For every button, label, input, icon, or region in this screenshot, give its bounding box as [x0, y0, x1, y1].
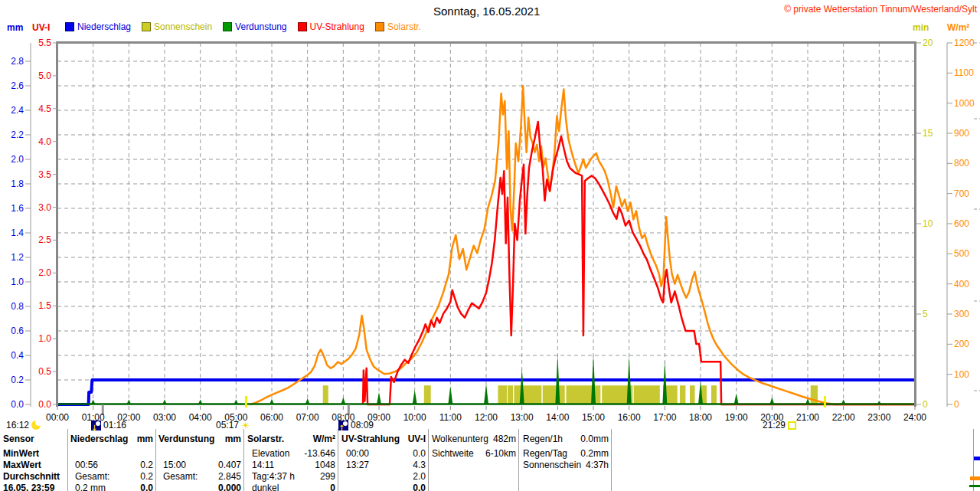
axis-tick-label-min: 15: [923, 128, 933, 139]
hour-label: 21:00: [796, 412, 819, 423]
event-marker-4: 21:29: [763, 420, 796, 430]
sunshine-bar: [680, 385, 685, 404]
edge-mark: [969, 485, 980, 487]
axis-tick-label-mm: 2.8: [11, 56, 24, 67]
event-marker-0: 16:12: [6, 420, 41, 430]
axis-tick-label-wm2: 900: [954, 128, 969, 139]
info-value: 6-10km: [432, 448, 516, 459]
info-value: 482m: [432, 434, 516, 444]
stat-value: 0.0: [341, 448, 426, 459]
evaporation-spike: [484, 384, 488, 404]
hour-label: 14:00: [546, 412, 569, 423]
axis-tick-label-uv: 4.5: [38, 103, 51, 114]
sunshine-bar: [508, 385, 513, 404]
col-unit: UV-I: [341, 434, 426, 444]
event-marker-1: ↓01:16: [91, 420, 126, 430]
axis-tick-label-wm2: 500: [954, 248, 969, 259]
sunshine-bar: [690, 385, 695, 404]
stat-value: 2.845: [158, 471, 241, 482]
stat-value: 1048: [247, 460, 335, 470]
axis-tick-label-uv: 2.5: [38, 234, 51, 245]
hour-label: 18:00: [689, 412, 712, 423]
stat-value: -13.646: [247, 448, 335, 459]
table-separator: [611, 429, 612, 491]
axis-tick-label-uv: 1.0: [38, 333, 51, 344]
arrow-icon: ↓: [91, 424, 97, 432]
table-separator: [67, 429, 68, 491]
axis-tick-label-wm2: 700: [954, 188, 969, 199]
hour-label: 12:00: [475, 412, 498, 423]
axis-tick-label-mm: 0.6: [11, 326, 24, 336]
axis-tick-label-wm2: 1100: [954, 67, 974, 78]
axis-tick-label-mm: 0.8: [11, 301, 24, 312]
table-separator: [428, 429, 429, 491]
axis-tick-label-uv: 2.0: [38, 267, 51, 278]
axis-tick-label-mm: 2.6: [11, 80, 24, 91]
hour-label: 17:00: [653, 412, 676, 423]
stat-value: 0.2: [70, 460, 153, 470]
hour-label: 11:00: [439, 412, 462, 423]
hour-label: 00:00: [46, 412, 69, 423]
row-label: Sensor: [3, 434, 67, 444]
stat-value: 4.3: [341, 460, 426, 470]
axis-tick-label-uv: 5.5: [38, 38, 51, 48]
edge-mark: [974, 457, 980, 460]
sunshine-bar: [498, 385, 507, 404]
axis-tick-label-mm: 2.4: [11, 105, 24, 116]
event-time-label: 16:12: [6, 420, 29, 430]
info-value: 0.2mm: [523, 448, 609, 459]
row-label: MinWert: [3, 448, 67, 459]
col-unit: mm: [158, 434, 241, 444]
stat-value: 2.0: [341, 471, 426, 482]
stat-value: 299: [247, 471, 335, 482]
plot-svg[interactable]: 00:0001:0002:0003:0004:0005:0006:0007:00…: [0, 0, 980, 430]
stat-value: 0.0: [70, 483, 153, 491]
axis-tick-label-wm2: 200: [954, 339, 969, 349]
axis-tick-label-wm2: 300: [954, 309, 969, 319]
axis-tick-label-min: 10: [923, 218, 933, 229]
axis-tick-label-uv: 0.0: [38, 399, 51, 410]
axis-tick-label-uv: 0.5: [38, 366, 51, 377]
info-value: 4:37h: [523, 460, 609, 470]
axis-tick-label-uv: 1.5: [38, 300, 51, 311]
table-separator: [243, 429, 244, 491]
row-label: MaxWert: [3, 460, 67, 470]
axis-tick-label-mm: 0.2: [11, 375, 24, 385]
axis-tick-label-wm2: 600: [954, 218, 969, 229]
evaporation-spike: [448, 386, 452, 404]
axis-tick-label-uv: 4.0: [38, 136, 51, 147]
hour-label: 06:00: [260, 412, 283, 423]
axis-tick-label-min: 20: [923, 38, 933, 48]
plot-border-top: [56, 41, 916, 44]
axis-tick-label-min: 0: [923, 399, 928, 410]
axis-tick-label-mm: 1.8: [11, 178, 24, 189]
hour-label: 16:00: [618, 412, 641, 423]
evaporation-spike: [734, 394, 739, 404]
axis-tick-label-wm2: 100: [954, 369, 969, 380]
axis-tick-label-mm: 1.2: [11, 252, 24, 263]
axis-tick-label-wm2: 400: [954, 279, 969, 290]
sunshine-bar: [424, 385, 431, 404]
sunshine-bar: [323, 385, 328, 404]
axis-tick-label-wm2: 0: [954, 399, 959, 410]
row-label: Durchschnitt: [3, 471, 67, 482]
event-marker-2: 05:17☀: [216, 420, 251, 430]
stat-value: 0.000: [158, 483, 241, 491]
event-time-label: 05:17: [216, 420, 239, 430]
axis-tick-label-min: 5: [923, 309, 928, 319]
axis-tick-label-mm: 2.2: [11, 129, 24, 140]
hour-label: 19:00: [725, 412, 748, 423]
hour-label: 22:00: [832, 412, 855, 423]
moonrise-icon: ↑: [338, 421, 348, 430]
weather-station-window: Sonntag, 16.05.2021 © private Wetterstat…: [0, 0, 980, 491]
moonset-icon: ↓: [91, 421, 101, 430]
axis-tick-label-mm: 1.6: [11, 203, 24, 214]
col-unit: mm: [70, 434, 153, 444]
event-marker-3: ↑08:09: [338, 420, 374, 430]
hour-label: 10:00: [403, 412, 426, 423]
axis-tick-label-mm: 0.0: [11, 399, 24, 410]
arrow-icon: ↑: [338, 424, 345, 432]
axis-tick-label-uv: 5.0: [38, 70, 51, 81]
axis-tick-label-wm2: 1200: [954, 38, 975, 48]
sunrise-icon: ☀: [241, 421, 251, 430]
